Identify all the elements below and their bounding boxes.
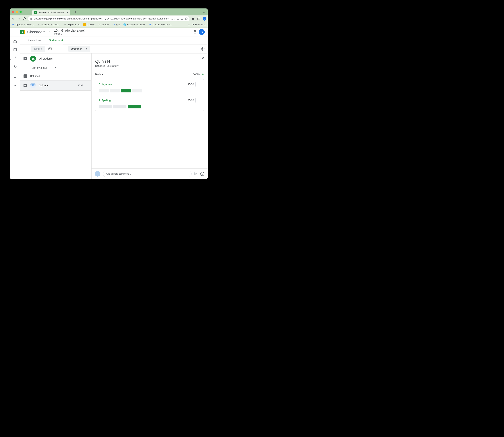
back-button[interactable] [12,17,15,20]
bookmark-item[interactable]: 🌐discovery example [123,23,145,26]
rubric-level-selected[interactable] [128,105,141,109]
section-label: Returned [30,75,40,77]
tab-title: Romeo and Juliet analysis. [39,11,65,14]
reload-button[interactable] [23,17,26,20]
google-icon: G [12,23,15,26]
bookmark-label: discovery example [127,23,145,26]
detail-panel: Quinn N Returned (See history) Rubric 50… [91,53,208,111]
rubric-level-selected[interactable] [121,89,131,92]
calendar-icon[interactable] [13,47,17,51]
settings-gear-icon[interactable] [13,84,17,88]
student-row[interactable]: Quinn N Draft [20,80,91,91]
private-comment-input[interactable]: Add private comment… [103,171,192,177]
browser-tab[interactable]: Romeo and Juliet analysis. ✕ [32,10,71,15]
student-avatar-icon [30,83,36,88]
tab-instructions[interactable]: Instructions [28,37,41,44]
bookmark-label: Google Identity Se… [153,23,173,26]
bookmark-label: Classes [87,23,95,26]
all-students-row[interactable]: All students [20,53,91,64]
criterion-name[interactable]: 1: Spelling [99,99,186,102]
svg-point-2 [22,31,23,32]
grade-filter-dropdown[interactable]: Ungraded ▼ [68,46,90,52]
student-status: Draft [68,84,88,87]
settings-gear-icon[interactable] [201,47,205,51]
close-window-button[interactable] [12,11,14,13]
email-icon[interactable] [48,47,52,51]
rubric-header: Rubric 50/70 ▲▼ [95,73,204,76]
install-app-icon[interactable] [177,17,179,20]
bookmark-star-icon[interactable] [185,17,188,20]
rubric-level[interactable] [113,105,126,109]
classroom-logo-icon [20,30,25,34]
titlebar: Romeo and Juliet analysis. ✕ ＋ ⌄ [10,9,208,15]
class-name: 10th Grade Literature! [54,29,85,32]
archive-icon[interactable] [13,76,17,80]
tab-close-icon[interactable]: ✕ [66,11,69,14]
svg-rect-1 [198,18,200,20]
tab-list-chevron-icon[interactable]: ⌄ [203,10,205,14]
filter-label: Ungraded [71,47,82,50]
send-icon[interactable] [194,172,198,176]
return-button[interactable]: Return [31,46,45,52]
forward-button[interactable] [17,17,20,20]
people-icon[interactable] [13,65,17,69]
chevron-right-icon: › [49,30,50,34]
chevron-down-icon[interactable]: ⌄ [198,82,201,86]
home-icon[interactable] [13,39,17,43]
lock-icon [30,18,32,20]
window-controls [12,11,22,13]
bookmark-item[interactable]: Classes [83,23,95,26]
svg-point-10 [32,58,33,59]
rubric-level[interactable] [132,89,142,92]
student-checkbox[interactable] [23,84,27,87]
new-tab-button[interactable]: ＋ [73,9,78,15]
section-checkbox[interactable] [23,74,27,78]
help-icon[interactable]: ? [200,172,204,176]
globe-icon: 🌐 [123,23,126,26]
bookmark-item[interactable]: GGoogle Identity Se… [149,23,173,26]
minimize-window-button[interactable] [16,11,18,13]
bookmark-item[interactable]: 🗀current [98,23,109,26]
rubric-level[interactable] [99,89,109,92]
profile-avatar[interactable]: D [203,17,206,20]
expand-caret-icon[interactable]: ▸ [10,59,11,60]
rubric-level[interactable] [110,89,120,92]
sort-dropdown[interactable]: Sort by status ▼ [20,64,91,72]
tab-student-work[interactable]: Student work [49,37,64,44]
classroom-icon [83,23,86,26]
bookmark-label: All Bookmarks [192,23,206,26]
student-list-column: All students Sort by status ▼ Returned Q… [20,53,91,179]
chevron-down-icon[interactable]: ⌄ [198,99,201,102]
close-detail-icon[interactable]: ✕ [201,56,204,60]
unfold-icon[interactable]: ▲▼ [202,73,204,76]
chevron-down-icon: ▼ [86,48,88,50]
rubric-criterion: 1: Spelling 20/20 ⌄ [95,95,204,111]
rubric-card: 0: Argument 30/50 ⌄ [95,79,204,111]
detail-status[interactable]: Returned (See history) [95,65,204,67]
bookmark-item[interactable]: ⚗Experiments [64,23,80,26]
extensions-icon[interactable] [192,17,195,20]
folder-icon: 🗀 [188,23,191,26]
address-bar[interactable]: classroom.google.com/u/0/c/NjEyMDI4ODIxM… [28,16,190,21]
maximize-window-button[interactable] [20,11,22,13]
criterion-points-input[interactable]: 20/20 [186,98,196,103]
select-all-checkbox[interactable] [23,57,27,60]
share-icon[interactable] [181,18,183,20]
svg-rect-3 [14,48,16,51]
rail-nav: ▸ [10,37,20,179]
rubric-level[interactable] [99,105,112,109]
criterion-points-input[interactable]: 30/50 [186,82,196,87]
main-menu-button[interactable] [13,30,17,34]
bookmark-item[interactable]: GApps with acces… [12,23,34,26]
bookmark-item[interactable]: ⚙Settings - Cookie… [37,23,60,26]
product-name[interactable]: Classroom [27,30,46,34]
all-bookmarks-button[interactable]: 🗀All Bookmarks [188,23,206,26]
google-apps-icon[interactable] [193,30,196,34]
account-avatar[interactable]: D [199,29,205,35]
bookmarks-bar: GApps with acces… ⚙Settings - Cookie… ⚗E… [10,22,208,28]
criterion-name[interactable]: 0: Argument [99,83,186,86]
breadcrumb[interactable]: 10th Grade Literature! Period 3 [54,29,85,35]
review-icon[interactable] [13,56,17,60]
bookmark-item[interactable]: APIgcp [112,23,120,26]
side-panel-icon[interactable] [197,17,200,20]
